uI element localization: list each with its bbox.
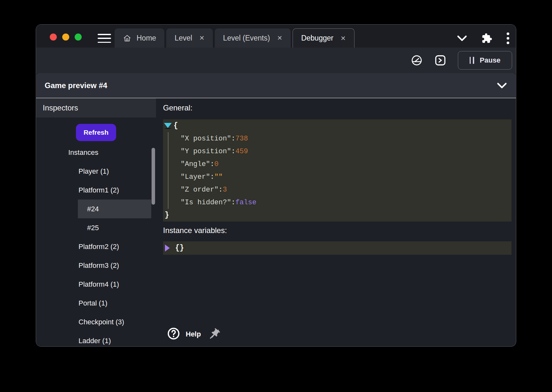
maximize-window-button[interactable] [75,34,82,41]
tree-item-portal[interactable]: Portal (1) [36,294,156,313]
pause-button[interactable]: Pause [458,51,512,70]
json-property-row: "Layer" : "" [181,170,511,183]
help-button[interactable]: Help [167,327,201,341]
game-preview-header: Game preview #4 [36,73,516,98]
tab-strip: Home Level ✕ Level (Events) ✕ Debugger ✕ [115,28,354,48]
tab-close-icon[interactable]: ✕ [277,35,282,41]
close-window-button[interactable] [50,34,57,41]
tab-close-icon[interactable]: ✕ [340,35,346,41]
inspectors-sidebar: Inspectors Refresh Instances Player (1) … [36,98,156,346]
traffic-lights [50,34,82,41]
json-property-row: "X position" : 738 [181,132,511,145]
instances-tree: Instances Player (1) Platform1 (2) #24 #… [36,143,156,347]
json-property-row: "Angle" : 0 [181,158,511,170]
inspector-panel: General: { "X position" : 738 "Y positio… [156,98,516,346]
general-section-label: General: [163,103,192,112]
tree-item-platform3[interactable]: Platform3 (2) [36,256,156,275]
extensions-puzzle-icon[interactable] [481,33,492,44]
tab-label: Debugger [301,34,333,42]
tab-label: Level (Events) [223,34,270,42]
window-top-icons [457,32,510,44]
is-hidden-value: false [235,199,257,207]
instance-variables-label: Instance variables: [163,226,227,235]
tree-item-instances[interactable]: Instances [36,143,156,162]
kebab-menu-icon[interactable] [506,32,510,44]
json-property-row: "Is hidden?" : false [181,196,511,209]
tree-item-checkpoint[interactable]: Checkpoint (3) [36,313,156,331]
tree-item-platform4[interactable]: Platform4 (1) [36,275,156,294]
tree-item-instance-25[interactable]: #25 [36,218,156,237]
tab-close-icon[interactable]: ✕ [199,35,205,41]
empty-object-braces: {} [175,244,184,252]
tab-home[interactable]: Home [115,28,164,48]
minimize-window-button[interactable] [62,34,69,41]
debugger-content: Inspectors Refresh Instances Player (1) … [36,98,516,346]
console-icon[interactable] [434,54,446,66]
open-brace: { [174,122,178,130]
x-position-value: 738 [235,135,248,143]
preview-chevron-down-icon[interactable] [496,82,507,89]
json-property-row: "Z order" : 3 [181,183,511,196]
json-close-row: } [163,209,511,222]
angle-value: 0 [214,160,219,168]
pause-icon [470,57,474,64]
sidebar-scrollbar-thumb[interactable] [152,148,155,205]
instance-variables-json-view: {} [163,241,511,255]
tree-item-player[interactable]: Player (1) [36,162,156,181]
tree-item-platform1[interactable]: Platform1 (2) [36,181,156,200]
tree-item-ladder[interactable]: Ladder (1) [36,331,156,347]
pause-label: Pause [480,56,501,64]
pin-off-icon[interactable] [208,328,221,341]
json-properties: "X position" : 738 "Y position" : 459 "A… [168,132,511,209]
chevron-down-icon[interactable] [457,35,467,42]
help-label: Help [186,330,201,338]
tab-debugger[interactable]: Debugger ✕ [293,28,354,48]
inspectors-title: Inspectors [43,103,78,112]
z-order-value: 3 [223,186,227,194]
json-open-row: { [163,119,511,132]
refresh-button[interactable]: Refresh [76,124,116,141]
tab-bar: Home Level ✕ Level (Events) ✕ Debugger ✕ [36,25,516,48]
profiler-speedometer-icon[interactable] [411,54,423,66]
expand-triangle-icon[interactable] [165,245,170,252]
tab-label: Level [175,34,192,42]
general-json-view: { "X position" : 738 "Y position" : 459 … [163,119,511,222]
debugger-toolbar: Pause [36,48,516,73]
close-brace: } [165,211,169,219]
inspectors-header: Inspectors [36,98,156,117]
game-preview-title: Game preview #4 [45,81,107,90]
tab-label: Home [137,34,156,42]
question-circle-icon [167,327,180,341]
tree-item-platform2[interactable]: Platform2 (2) [36,237,156,256]
json-property-row: "Y position" : 459 [181,145,511,158]
home-icon [123,34,131,42]
tab-level[interactable]: Level ✕ [166,28,213,48]
tree-item-instance-24[interactable]: #24 [78,200,151,218]
menu-hamburger-icon[interactable] [98,34,111,43]
panel-footer: Help [167,327,221,341]
y-position-value: 459 [235,147,248,155]
collapse-triangle-icon[interactable] [164,123,172,129]
layer-value: "" [214,173,223,181]
tab-level-events[interactable]: Level (Events) ✕ [215,28,291,48]
app-window: Home Level ✕ Level (Events) ✕ Debugger ✕ [36,24,516,347]
